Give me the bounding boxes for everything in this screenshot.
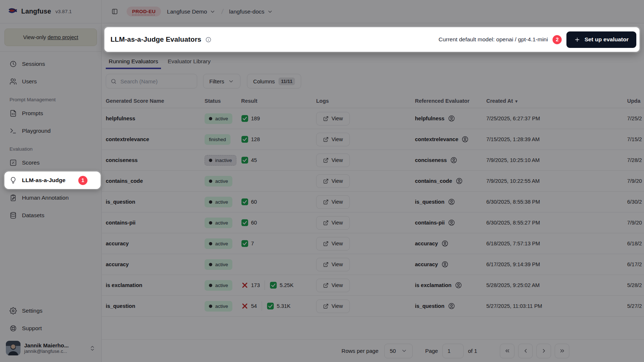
created-at-cell: 7/9/2025, 10:22:55 AM [486, 178, 627, 184]
sidebar-item-scores[interactable]: Scores [4, 154, 97, 171]
table-row[interactable]: is_questionactive60Viewis_question6/30/2… [102, 192, 644, 212]
external-link-icon [323, 116, 329, 121]
last-page-button[interactable] [555, 344, 569, 358]
table-row[interactable]: helpfulnessactive189Viewhelpfulness7/25/… [102, 108, 644, 129]
column-header-generated-score-name[interactable]: Generated Score Name [106, 98, 205, 104]
search-box[interactable] [106, 74, 197, 88]
table-row[interactable]: accuracyactiveViewaccuracy6/17/2025, 9:1… [102, 254, 644, 275]
environment-badge[interactable]: PROD-EU [127, 7, 161, 16]
info-icon[interactable] [205, 37, 211, 43]
user-circle-icon [450, 157, 457, 164]
view-logs-button[interactable]: View [316, 195, 350, 209]
created-at-cell: 7/15/2025, 1:28:39 AM [486, 136, 627, 142]
previous-page-button[interactable] [518, 344, 533, 358]
filters-button[interactable]: Filters [203, 74, 240, 88]
logs-cell: View [316, 133, 415, 146]
chevron-down-icon [401, 348, 407, 354]
view-logs-button[interactable]: View [316, 279, 350, 292]
file-code-icon [10, 110, 17, 117]
columns-button[interactable]: Columns 11/11 [247, 74, 301, 88]
status-dot-icon [209, 305, 212, 308]
status-badge: active [205, 218, 232, 228]
table-row[interactable]: accuracyactive7Viewaccuracy6/18/2025, 7:… [102, 233, 644, 254]
user-menu[interactable]: Jannik Maierho... jannik@langfuse.c... [4, 337, 97, 360]
sidebar-item-settings[interactable]: Settings [4, 302, 97, 320]
referenced-evaluator-cell: is_question [415, 198, 486, 205]
view-logs-button[interactable]: View [316, 258, 350, 271]
sidebar-item-human-annotation[interactable]: Human Annotation [4, 189, 97, 207]
user-circle-icon [441, 261, 449, 268]
page-title: LLM-as-a-Judge Evaluators [111, 35, 201, 44]
table-row[interactable]: contextrelevancefinished128Viewcontextre… [102, 129, 644, 150]
sidebar-toggle-button[interactable] [108, 5, 121, 18]
referenced-evaluator-cell: contextrelevance [415, 136, 486, 143]
updated-at-cell: 5/27/2 [627, 303, 644, 309]
sidebar-item-support[interactable]: Support [4, 320, 97, 337]
table-row[interactable]: contains-piiactive60Viewcontains-pii6/30… [102, 212, 644, 233]
first-page-button[interactable] [500, 344, 514, 358]
result-fail: 173 [241, 282, 260, 289]
column-header-result[interactable]: Result [241, 98, 316, 104]
sidebar-item-users[interactable]: Users [4, 73, 97, 90]
table-row[interactable]: is exclamationactive1735.25KViewis excla… [102, 275, 644, 296]
status-cell: finished [205, 134, 241, 145]
view-logs-button[interactable]: View [316, 299, 350, 313]
project-switcher[interactable]: langfuse-docs [229, 8, 273, 15]
view-logs-button[interactable]: View [316, 112, 350, 125]
view-logs-button[interactable]: View [316, 174, 350, 188]
chevrons-left-icon [504, 348, 510, 354]
tab-running-evaluators[interactable]: Running Evaluators [106, 56, 161, 69]
view-logs-button[interactable]: View [316, 237, 350, 250]
view-logs-button[interactable]: View [316, 216, 350, 230]
breadcrumb-separator: / [221, 8, 224, 16]
result-fail: 54 [241, 302, 257, 310]
updated-at-cell: 6/30/2 [627, 199, 644, 205]
org-switcher[interactable]: Langfuse Demo [167, 8, 215, 15]
plus-icon [574, 37, 580, 43]
column-header-referenced-evaluator[interactable]: Referenced Evaluator [415, 98, 486, 104]
updated-at-cell: 7/9/20 [627, 178, 644, 184]
setup-evaluator-button[interactable]: Set up evaluator [566, 31, 636, 48]
result-cell: 60 [241, 219, 316, 226]
page-size-select[interactable]: 50 [384, 344, 413, 358]
rows-per-page-label: Rows per page [341, 348, 378, 354]
user-circle-icon [455, 282, 462, 289]
user-name: Jannik Maierho... [24, 342, 69, 348]
status-badge: active [205, 113, 232, 124]
chevron-down-icon [228, 78, 234, 84]
sidebar-item-playground[interactable]: Playground [4, 122, 97, 140]
table-toolbar: Filters Columns 11/11 [106, 74, 644, 88]
column-header-upda[interactable]: Upda [627, 98, 644, 104]
sidebar-item-sessions[interactable]: Sessions [4, 55, 97, 73]
referenced-evaluator-cell: is_question [415, 302, 486, 310]
sidebar-item-llm-as-a-judge[interactable]: LLM-as-a-Judge1 [4, 171, 101, 189]
column-header-logs[interactable]: Logs [316, 98, 415, 104]
status-dot-icon [209, 117, 212, 120]
logs-cell: View [316, 154, 415, 167]
table-row[interactable]: contains_codeactiveViewcontains_code7/9/… [102, 171, 644, 192]
result-cell: 45 [241, 157, 316, 164]
column-header-created-at[interactable]: Created At▼ [486, 98, 627, 104]
clock-icon [10, 60, 17, 68]
updated-at-cell: 6/17/2 [627, 261, 644, 267]
nav-section-label-prompt-management: Prompt Management [10, 97, 92, 102]
search-input[interactable] [120, 78, 192, 84]
sidebar-item-datasets[interactable]: Datasets [4, 207, 97, 224]
page-number-input[interactable]: 1 [442, 344, 464, 358]
view-logs-button[interactable]: View [316, 154, 350, 167]
result-pass: 45 [241, 157, 257, 164]
tab-evaluator-library[interactable]: Evaluator Library [165, 56, 213, 69]
column-header-status[interactable]: Status [205, 98, 241, 104]
result-cell: 545.31K [241, 301, 316, 311]
result-cell: 128 [241, 136, 316, 143]
demo-project-link[interactable]: demo project [48, 34, 78, 40]
referenced-evaluator-cell: is exclamation [415, 282, 486, 289]
table-row[interactable]: is_questionactive545.31KViewis_question5… [102, 296, 644, 317]
view-logs-button[interactable]: View [316, 133, 350, 146]
next-page-button[interactable] [536, 344, 551, 358]
sidebar-item-prompts[interactable]: Prompts [4, 105, 97, 122]
sidebar-item-label: Support [22, 325, 42, 332]
external-link-icon [323, 178, 329, 184]
score-name-cell: is_question [106, 303, 205, 309]
table-row[interactable]: concisenessinactive45Viewconciseness7/9/… [102, 150, 644, 171]
